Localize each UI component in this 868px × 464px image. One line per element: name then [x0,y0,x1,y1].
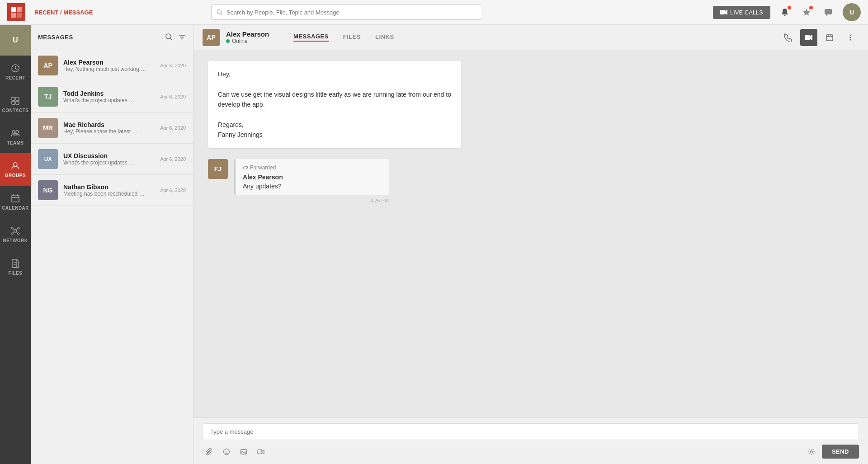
conversation-item[interactable]: UX UX Discussion What's the project upda… [31,144,193,175]
conversation-item[interactable]: TJ Todd Jenkins What's the project updat… [31,81,193,112]
svg-point-50 [224,449,230,455]
svg-marker-55 [262,450,264,454]
chat-input-area: SEND [193,417,868,464]
svg-rect-14 [16,97,19,100]
message-input[interactable] [203,423,859,440]
notifications-button[interactable] [778,5,792,19]
conversation-preview: Meeting has been rescheduled … [63,191,155,197]
svg-point-51 [225,450,226,451]
svg-point-28 [18,233,19,234]
sidebar-user-avatar[interactable]: U [0,25,31,56]
sidebar-item-contacts[interactable]: CONTACTS [0,88,31,121]
gear-icon [808,448,815,455]
chat-button[interactable] [821,5,835,19]
sidebar-item-network[interactable]: NETWORK [0,218,31,251]
emoji-button[interactable] [220,445,233,459]
tab-messages[interactable]: MESSAGES [293,33,329,42]
video-attach-button[interactable] [254,445,268,459]
sidebar-item-teams[interactable]: TEAMS [0,121,31,153]
sidebar-item-files[interactable]: FILES [0,251,31,283]
svg-rect-20 [12,195,19,202]
forwarded-message-row: FJ Forwarded Alex Pearson Any updates? [208,159,389,203]
svg-rect-0 [11,7,16,12]
conversation-avatar: UX [38,149,58,169]
conversation-item[interactable]: NG Nathan Gibson Meeting has been resche… [31,175,193,206]
svg-rect-43 [826,35,833,41]
recent-icon [10,63,20,73]
sidebar-item-label: TEAMS [7,141,24,145]
svg-point-19 [14,163,17,166]
svg-point-25 [11,227,13,229]
settings-button[interactable] [805,445,818,459]
sidebar-item-groups[interactable]: GROUPS [0,153,31,186]
conversation-preview: What's the project updates … [63,97,155,103]
forwarded-text: Any updates? [243,183,382,190]
search-icon [165,33,173,41]
status-dot [226,39,230,43]
conversation-item[interactable]: AP Alex Pearson Hey, Nothing much just w… [31,50,193,81]
send-button[interactable]: SEND [822,445,859,459]
svg-marker-7 [725,9,727,15]
tab-files[interactable]: FILES [343,33,361,41]
video-attach-icon [257,448,264,455]
user-avatar[interactable]: U [843,3,861,21]
conversation-info: Nathan Gibson Meeting has been reschedul… [63,183,155,197]
conversation-info: Alex Pearson Hey, Nothing much just work… [63,59,155,72]
conversation-name: Mae Richards [63,121,155,128]
tab-links[interactable]: LINKS [375,33,394,41]
live-calls-button[interactable]: LIVE CALLS [713,6,770,19]
conversation-name: Nathan Gibson [63,183,155,191]
schedule-button[interactable] [821,29,838,46]
forwarded-label: Forwarded [243,164,382,171]
svg-point-27 [11,233,13,234]
sidebar-item-label: CONTACTS [2,108,29,113]
conversation-info: Todd Jenkins What's the project updates … [63,90,155,103]
forward-icon [243,165,248,170]
sidebar: U RECENT CONTACTS [0,25,31,464]
sidebar-item-label: RECENT [5,75,25,80]
favorites-button[interactable] [799,5,814,19]
image-button[interactable] [237,445,250,459]
video-call-icon [805,34,813,41]
search-bar[interactable] [211,5,482,20]
forwarded-sender: Alex Pearson [243,173,382,181]
breadcrumb: RECENT / MESSAGE [34,9,93,16]
message-bubble: Hey, Can we use get the visual designs l… [208,61,461,148]
more-options-button[interactable] [842,29,859,46]
sidebar-item-recent[interactable]: RECENT [0,56,31,88]
svg-rect-2 [11,13,16,18]
svg-point-52 [227,450,228,451]
svg-point-26 [18,227,19,229]
app-logo [7,3,25,21]
search-messages-button[interactable] [165,33,173,42]
forwarded-card: Forwarded Alex Pearson Any updates? [234,159,389,195]
conversation-date: Apr 6, 2020 [160,94,186,99]
conversation-name: Alex Pearson [63,59,155,66]
conversation-item[interactable]: MR Mae Richards Hey, Please share the la… [31,112,193,144]
svg-line-29 [13,229,14,230]
conversation-name: Todd Jenkins [63,90,155,97]
svg-rect-16 [16,101,19,104]
svg-rect-3 [17,13,22,18]
conversation-avatar: MR [38,118,58,138]
sidebar-item-label: FILES [9,271,23,276]
sidebar-item-calendar[interactable]: CALENDAR [0,186,31,218]
contacts-icon [10,96,20,106]
chat-contact-name: Alex Pearson [226,30,269,38]
chat-input-toolbar: SEND [203,445,859,459]
svg-rect-41 [805,35,810,40]
messages-panel-title: MESSAGES [38,34,160,41]
calendar-icon [826,33,834,42]
conversation-name: UX Discussion [63,152,155,159]
search-input[interactable] [226,9,477,16]
svg-point-49 [850,39,851,40]
forwarded-message-content: Forwarded Alex Pearson Any updates? 4:25… [234,159,389,203]
svg-point-47 [850,34,851,36]
topbar-right: LIVE CALLS U [713,3,861,21]
voice-call-button[interactable] [779,29,797,46]
conversation-info: UX Discussion What's the project updates… [63,152,155,166]
video-call-button[interactable] [800,29,817,46]
filter-messages-button[interactable] [178,33,186,42]
attach-file-button[interactable] [203,445,216,459]
svg-point-17 [12,131,15,133]
